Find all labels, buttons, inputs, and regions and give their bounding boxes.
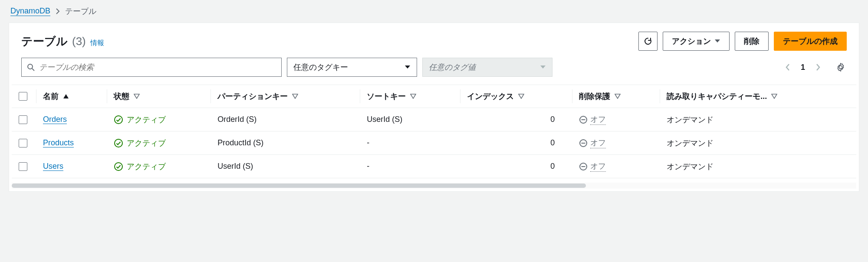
row-checkbox[interactable] xyxy=(19,162,27,171)
sort-asc-icon xyxy=(63,94,69,99)
page-number: 1 xyxy=(801,63,805,72)
svg-point-5 xyxy=(115,139,122,147)
tag-key-select[interactable]: 任意のタグキー xyxy=(287,58,417,77)
partition-key-cell: ProductId (S) xyxy=(210,131,360,155)
table-row: Products アクティブ ProductId (S) - 0 オフ オンデマ… xyxy=(12,131,856,155)
deletion-protection-cell: オフ xyxy=(579,138,653,148)
col-header-name[interactable]: 名前 xyxy=(36,85,107,108)
col-header-sort-key[interactable]: ソートキー xyxy=(360,85,460,108)
breadcrumb-current: テーブル xyxy=(65,6,96,16)
page-title: テーブル xyxy=(21,34,68,49)
deletion-protection-cell: オフ xyxy=(579,114,653,125)
indexes-cell: 0 xyxy=(460,155,572,178)
breadcrumb-root-link[interactable]: DynamoDB xyxy=(10,7,50,16)
status-cell: アクティブ xyxy=(114,138,204,148)
table-name-link[interactable]: Products xyxy=(43,138,74,147)
status-text: アクティブ xyxy=(127,161,166,172)
tag-value-label: 任意のタグ値 xyxy=(429,62,476,72)
table-name-link[interactable]: Orders xyxy=(43,115,67,124)
info-link[interactable]: 情報 xyxy=(90,39,104,48)
sort-key-cell: - xyxy=(360,155,460,178)
table-name-link[interactable]: Users xyxy=(43,162,63,171)
gear-icon xyxy=(836,62,845,72)
status-text: アクティブ xyxy=(127,115,166,125)
filter-icon xyxy=(134,94,140,99)
svg-point-0 xyxy=(28,64,33,69)
settings-button[interactable] xyxy=(835,61,847,73)
horizontal-scrollbar[interactable] xyxy=(12,183,856,189)
filter-icon xyxy=(292,94,298,99)
next-page-button[interactable] xyxy=(812,61,824,73)
table-scroll[interactable]: 名前 状態 xyxy=(12,85,856,178)
scrollbar-thumb[interactable] xyxy=(12,183,586,188)
row-checkbox[interactable] xyxy=(19,115,27,124)
search-input[interactable] xyxy=(39,63,276,72)
check-circle-icon xyxy=(114,138,123,148)
col-header-deletion-protection[interactable]: 削除保護 xyxy=(572,85,660,108)
search-icon xyxy=(27,63,35,71)
minus-circle-icon xyxy=(579,115,588,124)
status-text: アクティブ xyxy=(127,138,166,148)
filter-icon xyxy=(410,94,416,99)
filter-icon xyxy=(518,94,524,99)
protection-text: オフ xyxy=(590,114,606,125)
table-count: (3) xyxy=(72,35,86,48)
prev-page-button[interactable] xyxy=(782,61,794,73)
check-circle-icon xyxy=(114,162,123,171)
caret-down-icon xyxy=(714,39,720,43)
minus-circle-icon xyxy=(579,162,588,171)
tables-panel: テーブル (3) 情報 アクション 削除 xyxy=(9,23,859,192)
actions-label: アクション xyxy=(672,36,711,46)
sort-key-cell: UserId (S) xyxy=(360,108,460,131)
select-all-checkbox[interactable] xyxy=(19,92,27,101)
table-row: Users アクティブ UserId (S) - 0 オフ オンデマンド xyxy=(12,155,856,178)
col-header-indexes[interactable]: インデックス xyxy=(460,85,572,108)
create-table-button[interactable]: テーブルの作成 xyxy=(774,32,847,51)
read-mode-cell: オンデマンド xyxy=(660,155,856,178)
protection-text: オフ xyxy=(590,161,606,172)
check-circle-icon xyxy=(114,115,123,124)
indexes-cell: 0 xyxy=(460,108,572,131)
filter-icon xyxy=(615,94,621,99)
status-cell: アクティブ xyxy=(114,161,204,172)
chevron-right-icon xyxy=(56,8,60,14)
delete-button[interactable]: 削除 xyxy=(735,32,769,51)
partition-key-cell: UserId (S) xyxy=(210,155,360,178)
breadcrumb: DynamoDB テーブル xyxy=(0,0,868,23)
sort-key-cell: - xyxy=(360,131,460,155)
pagination: 1 xyxy=(782,61,847,73)
read-mode-cell: オンデマンド xyxy=(660,131,856,155)
protection-text: オフ xyxy=(590,138,606,148)
refresh-icon xyxy=(644,37,652,46)
row-checkbox[interactable] xyxy=(19,139,27,147)
partition-key-cell: OrderId (S) xyxy=(210,108,360,131)
col-header-status[interactable]: 状態 xyxy=(107,85,211,108)
svg-line-1 xyxy=(32,69,34,71)
actions-dropdown-button[interactable]: アクション xyxy=(663,32,730,51)
col-header-read-capacity-mode[interactable]: 読み取りキャパシティーモ... xyxy=(660,85,856,108)
minus-circle-icon xyxy=(579,139,588,147)
tag-value-select: 任意のタグ値 xyxy=(422,58,552,77)
status-cell: アクティブ xyxy=(114,115,204,125)
filter-icon xyxy=(771,94,777,99)
deletion-protection-cell: オフ xyxy=(579,161,653,172)
refresh-button[interactable] xyxy=(638,32,658,51)
svg-point-2 xyxy=(115,116,122,124)
caret-down-icon xyxy=(404,65,411,69)
read-mode-cell: オンデマンド xyxy=(660,108,856,131)
tag-key-label: 任意のタグキー xyxy=(293,62,348,72)
table-row: Orders アクティブ OrderId (S) UserId (S) 0 オフ… xyxy=(12,108,856,131)
search-input-wrapper[interactable] xyxy=(21,58,282,77)
caret-down-icon xyxy=(540,65,546,69)
indexes-cell: 0 xyxy=(460,131,572,155)
svg-point-8 xyxy=(115,163,122,170)
col-header-partition-key[interactable]: パーティションキー xyxy=(210,85,360,108)
tables-table: 名前 状態 xyxy=(12,85,856,178)
